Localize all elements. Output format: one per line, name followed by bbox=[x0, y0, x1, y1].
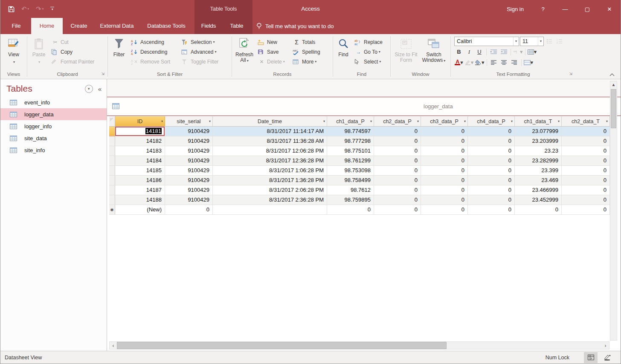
cell-ch4_data_P[interactable]: 0 bbox=[468, 127, 515, 136]
cell-Date_time[interactable]: 8/31/2017 12:06:28 PM bbox=[213, 146, 327, 156]
design-view-button[interactable] bbox=[601, 352, 615, 363]
cell-Date_time[interactable] bbox=[213, 205, 327, 215]
nav-item-event-info[interactable]: event_info bbox=[0, 96, 107, 108]
cell-site_serial[interactable]: 9100429 bbox=[165, 195, 213, 205]
column-filter-arrow-icon[interactable]: ▾ bbox=[209, 119, 211, 123]
column-filter-arrow-icon[interactable]: ▾ bbox=[606, 119, 608, 123]
cell-ch4_data_P[interactable]: 0 bbox=[468, 176, 515, 185]
switch-windows-button[interactable]: Switch Windows▾ bbox=[421, 35, 447, 64]
cell-ch2_data_T[interactable]: 0 bbox=[562, 166, 610, 176]
underline-button[interactable]: U bbox=[475, 47, 484, 56]
gridlines-icon[interactable]: ▾ bbox=[528, 47, 537, 56]
cell-ID[interactable]: (New) bbox=[115, 205, 165, 215]
cell-ch1_data_P[interactable]: 98.774597 bbox=[327, 127, 374, 136]
column-filter-arrow-icon[interactable]: ▾ bbox=[511, 119, 513, 123]
cell-ch2_data_P[interactable]: 0 bbox=[374, 156, 421, 166]
fill-color-icon[interactable]: ▾ bbox=[475, 58, 485, 67]
refresh-all-button[interactable]: Refresh All▾ bbox=[233, 35, 256, 64]
bullets-icon[interactable] bbox=[545, 37, 554, 46]
tab-database-tools[interactable]: Database Tools bbox=[143, 18, 190, 34]
ascending-button[interactable]: AZAscending bbox=[129, 37, 180, 47]
format-painter-button[interactable]: Format Painter bbox=[49, 57, 96, 66]
numbering-icon[interactable]: 123 bbox=[555, 37, 564, 46]
cell-ch3_data_P[interactable]: 0 bbox=[421, 195, 468, 205]
column-header-ch3_data_P[interactable]: ch3_data_P▾ bbox=[421, 116, 468, 127]
cell-site_serial[interactable]: 9100429 bbox=[165, 136, 213, 146]
cell-site_serial[interactable]: 0 bbox=[165, 205, 213, 215]
cell-ID[interactable]: 14185 bbox=[115, 166, 165, 176]
cell-ch2_data_T[interactable]: 0 bbox=[562, 146, 610, 156]
find-button[interactable]: Find bbox=[334, 35, 353, 58]
cell-ch1_data_T[interactable]: 23.077999 bbox=[515, 127, 562, 136]
cell-Date_time[interactable]: 8/31/2017 12:36:28 PM bbox=[213, 156, 327, 166]
selection-button[interactable]: Selection▾ bbox=[180, 37, 227, 47]
column-header-ch2_data_T[interactable]: ch2_data_T▾ bbox=[562, 116, 610, 127]
cell-ch2_data_P[interactable]: 0 bbox=[374, 166, 421, 176]
tab-file[interactable]: File bbox=[6, 18, 26, 34]
cell-ID[interactable]: 14186 bbox=[115, 176, 165, 185]
save-icon[interactable] bbox=[8, 6, 15, 12]
cell-ch3_data_P[interactable]: 0 bbox=[421, 156, 468, 166]
cell-ID[interactable]: 14188 bbox=[115, 195, 165, 205]
vertical-scrollbar[interactable]: ▲ bbox=[610, 81, 617, 341]
cell-ch1_data_P[interactable]: 98.775101 bbox=[327, 146, 374, 156]
close-button[interactable]: ✕ bbox=[598, 0, 621, 18]
help-button[interactable]: ? bbox=[532, 0, 554, 18]
sign-in-button[interactable]: Sign in bbox=[499, 0, 532, 18]
cell-ch2_data_T[interactable]: 0 bbox=[562, 195, 610, 205]
cell-ID[interactable]: 14183 bbox=[115, 146, 165, 156]
nav-item-logger-info[interactable]: logger_info bbox=[0, 120, 107, 132]
cell-site_serial[interactable]: 9100429 bbox=[165, 146, 213, 156]
font-color-button[interactable]: A▾ bbox=[454, 58, 464, 67]
tell-me-box[interactable]: Tell me what you want to do bbox=[256, 18, 334, 34]
cell-ID[interactable]: 14181 bbox=[115, 127, 165, 136]
paste-button[interactable]: Paste ▾ bbox=[28, 35, 49, 65]
bold-button[interactable]: B bbox=[454, 47, 464, 56]
column-filter-arrow-icon[interactable]: ▾ bbox=[558, 119, 560, 123]
row-selector[interactable] bbox=[109, 136, 115, 146]
font-size-combo[interactable]: 11▾ bbox=[520, 37, 544, 46]
more-button[interactable]: More▾ bbox=[291, 57, 329, 66]
row-selector[interactable] bbox=[109, 176, 115, 185]
cell-ch2_data_P[interactable]: 0 bbox=[374, 146, 421, 156]
size-to-fit-form-button[interactable]: Size to Fit Form bbox=[394, 35, 418, 63]
save-record-button[interactable]: Save bbox=[256, 47, 291, 57]
shutter-bar-close-icon[interactable]: « bbox=[98, 85, 102, 92]
alternate-row-color-icon[interactable]: ▾ bbox=[524, 58, 534, 67]
cell-ch1_data_T[interactable]: 23.203999 bbox=[515, 136, 562, 146]
clipboard-dialog-launcher-icon[interactable]: ⇲ bbox=[101, 70, 104, 78]
cell-ch3_data_P[interactable]: 0 bbox=[421, 127, 468, 136]
cell-Date_time[interactable]: 8/31/2017 1:36:28 PM bbox=[213, 176, 327, 185]
cell-site_serial[interactable]: 9100429 bbox=[165, 176, 213, 185]
tab-home[interactable]: Home bbox=[31, 18, 63, 34]
row-selector[interactable] bbox=[109, 195, 115, 205]
scroll-right-icon[interactable]: › bbox=[602, 342, 609, 349]
cell-Date_time[interactable]: 8/31/2017 1:06:28 PM bbox=[213, 166, 327, 176]
vertical-scrollbar-thumb[interactable] bbox=[611, 89, 616, 128]
cell-ch3_data_P[interactable]: 0 bbox=[421, 136, 468, 146]
cell-Date_time[interactable]: 8/31/2017 2:06:28 PM bbox=[213, 185, 327, 195]
replace-button[interactable]: abacReplace bbox=[353, 37, 387, 47]
horizontal-scrollbar[interactable]: ‹ › bbox=[109, 341, 609, 350]
align-center-icon[interactable] bbox=[499, 58, 509, 67]
new-record-button[interactable]: New bbox=[256, 37, 291, 47]
nav-item-site-data[interactable]: site_data bbox=[0, 132, 107, 144]
cell-ch4_data_P[interactable]: 0 bbox=[468, 166, 515, 176]
cell-ch1_data_P[interactable]: 98.759895 bbox=[327, 195, 374, 205]
text-direction-icon[interactable]: ¶▾ bbox=[513, 47, 523, 56]
customize-qat-icon[interactable]: ▾ bbox=[50, 7, 54, 11]
undo-icon[interactable]: ↶▾ bbox=[21, 5, 29, 13]
font-name-combo[interactable]: Calibri▾ bbox=[454, 37, 519, 46]
cell-ID[interactable]: 14184 bbox=[115, 156, 165, 166]
column-header-Date_time[interactable]: Date_time▾ bbox=[213, 116, 327, 127]
cell-site_serial[interactable]: 9100429 bbox=[165, 185, 213, 195]
cell-ch1_data_T[interactable]: 23.282999 bbox=[515, 156, 562, 166]
column-header-ch2_data_P[interactable]: ch2_data_P▾ bbox=[374, 116, 421, 127]
column-header-ch1_data_T[interactable]: ch1_data_T▾ bbox=[515, 116, 562, 127]
toggle-filter-button[interactable]: Toggle Filter bbox=[180, 57, 227, 66]
cell-ch1_data_P[interactable]: 98.753098 bbox=[327, 166, 374, 176]
cell-ch3_data_P[interactable]: 0 bbox=[421, 166, 468, 176]
cell-ch4_data_P[interactable]: 0 bbox=[468, 185, 515, 195]
totals-button[interactable]: ΣTotals bbox=[291, 37, 329, 47]
align-left-icon[interactable] bbox=[489, 58, 499, 67]
